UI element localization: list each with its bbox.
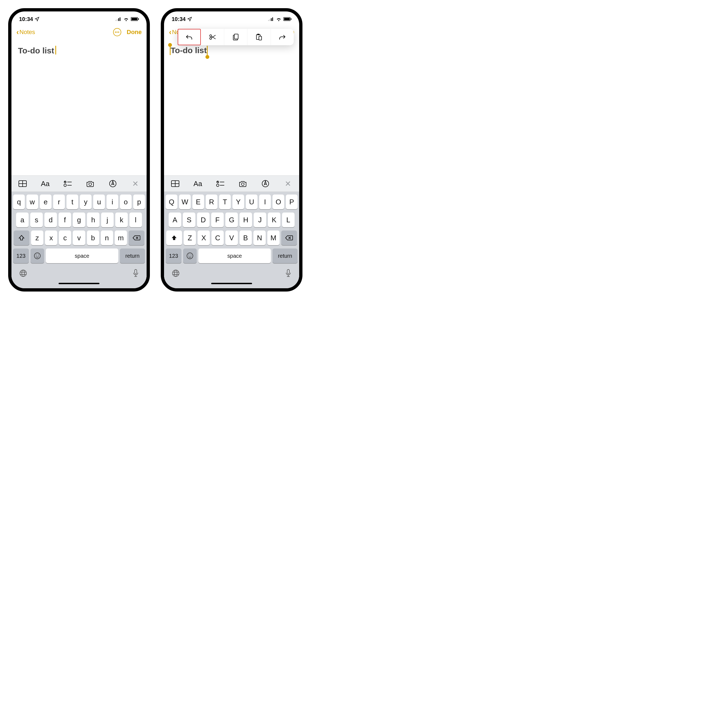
key-o[interactable]: O [273, 194, 284, 209]
key-r[interactable]: r [53, 194, 65, 209]
key-q[interactable]: q [13, 194, 25, 209]
key-a[interactable]: a [16, 213, 29, 227]
key-r[interactable]: R [206, 194, 217, 209]
key-t[interactable]: t [66, 194, 78, 209]
selection-dot-top[interactable] [168, 43, 172, 47]
key-f[interactable]: F [211, 213, 224, 227]
globe-button[interactable] [171, 269, 180, 279]
more-button[interactable]: ••• [113, 28, 121, 36]
key-y[interactable]: Y [233, 194, 244, 209]
key-i[interactable]: i [107, 194, 118, 209]
key-numeric[interactable]: 123 [13, 248, 29, 263]
key-f[interactable]: f [58, 213, 71, 227]
key-c[interactable]: C [211, 231, 224, 245]
key-v[interactable]: v [73, 231, 85, 245]
selection-dot-bottom[interactable] [205, 55, 209, 59]
kb-row-1: q w e r t y u i o p [13, 194, 145, 209]
text-format-button[interactable]: Aa [40, 179, 51, 188]
key-q[interactable]: Q [166, 194, 178, 209]
key-u[interactable]: u [93, 194, 105, 209]
dictation-button[interactable] [132, 269, 139, 280]
key-delete[interactable] [281, 231, 297, 245]
key-k[interactable]: K [268, 213, 280, 227]
key-return[interactable]: return [273, 248, 297, 263]
note-editor[interactable]: To-do list [11, 40, 147, 176]
checklist-button[interactable] [63, 180, 73, 187]
key-h[interactable]: h [87, 213, 100, 227]
key-h[interactable]: H [239, 213, 252, 227]
key-e[interactable]: E [192, 194, 204, 209]
markup-button[interactable] [260, 180, 271, 187]
popover-cut[interactable] [201, 29, 224, 45]
phone-screenshot-left: 10:34 ‹ Notes ••• Done To-do list Aa [8, 8, 150, 292]
key-z[interactable]: z [31, 231, 43, 245]
key-j[interactable]: J [254, 213, 266, 227]
key-b[interactable]: b [87, 231, 99, 245]
key-x[interactable]: x [45, 231, 57, 245]
key-p[interactable]: P [286, 194, 297, 209]
text-format-button[interactable]: Aa [192, 179, 203, 188]
close-format-button[interactable]: ✕ [130, 179, 141, 188]
note-editor[interactable]: To-do list [164, 40, 299, 176]
close-format-button[interactable]: ✕ [283, 179, 294, 188]
text-selection[interactable]: To-do list [171, 46, 207, 55]
key-w[interactable]: w [26, 194, 38, 209]
camera-button[interactable] [85, 180, 96, 187]
markup-button[interactable] [107, 180, 118, 187]
key-emoji[interactable] [31, 248, 44, 263]
key-return[interactable]: return [120, 248, 145, 263]
key-x[interactable]: X [197, 231, 210, 245]
key-space[interactable]: space [198, 248, 271, 263]
key-shift-active[interactable] [166, 231, 182, 245]
svg-point-20 [38, 255, 39, 255]
key-l[interactable]: l [129, 213, 142, 227]
key-m[interactable]: M [267, 231, 280, 245]
key-l[interactable]: L [282, 213, 295, 227]
key-numeric[interactable]: 123 [166, 248, 181, 263]
key-i[interactable]: I [259, 194, 271, 209]
camera-button[interactable] [237, 180, 248, 187]
selection-handle-left[interactable] [170, 46, 171, 55]
key-n[interactable]: N [253, 231, 266, 245]
home-indicator[interactable] [11, 283, 147, 288]
popover-redo[interactable] [271, 29, 294, 45]
table-button[interactable] [170, 180, 181, 187]
key-n[interactable]: n [101, 231, 113, 245]
key-p[interactable]: p [133, 194, 145, 209]
key-v[interactable]: V [225, 231, 237, 245]
key-a[interactable]: A [169, 213, 181, 227]
key-g[interactable]: g [73, 213, 85, 227]
key-b[interactable]: B [239, 231, 252, 245]
key-delete[interactable] [129, 231, 144, 245]
key-emoji[interactable] [183, 248, 197, 263]
key-s[interactable]: S [183, 213, 195, 227]
key-o[interactable]: o [120, 194, 132, 209]
key-e[interactable]: e [40, 194, 52, 209]
key-g[interactable]: G [225, 213, 238, 227]
back-button[interactable]: ‹ Notes [16, 28, 35, 37]
popover-undo[interactable] [178, 29, 201, 45]
popover-copy[interactable] [224, 29, 247, 45]
key-z[interactable]: Z [184, 231, 196, 245]
key-s[interactable]: s [30, 213, 43, 227]
table-button[interactable] [17, 180, 28, 187]
key-d[interactable]: D [197, 213, 210, 227]
key-k[interactable]: k [115, 213, 128, 227]
key-shift[interactable] [14, 231, 29, 245]
key-m[interactable]: m [115, 231, 127, 245]
key-w[interactable]: W [179, 194, 191, 209]
selection-handle-right[interactable] [207, 46, 208, 55]
checklist-button[interactable] [215, 180, 226, 187]
key-j[interactable]: j [101, 213, 113, 227]
key-space[interactable]: space [46, 248, 118, 263]
done-button[interactable]: Done [127, 29, 142, 36]
home-indicator[interactable] [164, 283, 299, 288]
dictation-button[interactable] [285, 269, 292, 280]
key-u[interactable]: U [246, 194, 257, 209]
key-c[interactable]: c [59, 231, 71, 245]
key-y[interactable]: y [80, 194, 92, 209]
key-d[interactable]: d [44, 213, 57, 227]
globe-button[interactable] [19, 269, 27, 279]
key-t[interactable]: T [219, 194, 231, 209]
popover-paste[interactable] [247, 29, 271, 45]
